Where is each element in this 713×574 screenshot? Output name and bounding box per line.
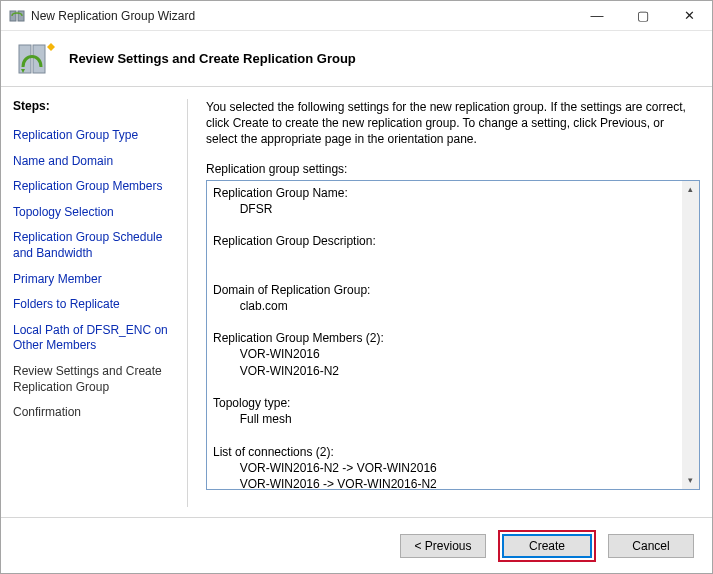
steps-heading: Steps: xyxy=(13,99,181,113)
step-replication-group-type[interactable]: Replication Group Type xyxy=(9,123,181,149)
wizard-window: New Replication Group Wizard — ▢ ✕ Revie… xyxy=(0,0,713,574)
create-button[interactable]: Create xyxy=(502,534,592,558)
instructions-text: You selected the following settings for … xyxy=(206,99,686,148)
scroll-down-icon[interactable]: ▾ xyxy=(682,472,699,489)
footer-buttons: < Previous Create Cancel xyxy=(1,517,712,573)
vertical-divider xyxy=(187,99,188,507)
scroll-up-icon[interactable]: ▴ xyxy=(682,181,699,198)
settings-label: Replication group settings: xyxy=(206,162,700,176)
page-title: Review Settings and Create Replication G… xyxy=(69,51,356,66)
window-title: New Replication Group Wizard xyxy=(31,9,574,23)
step-name-and-domain[interactable]: Name and Domain xyxy=(9,149,181,175)
maximize-button[interactable]: ▢ xyxy=(620,1,666,31)
settings-box: Replication Group Name: DFSR Replication… xyxy=(206,180,700,490)
step-topology-selection[interactable]: Topology Selection xyxy=(9,200,181,226)
step-replication-group-members[interactable]: Replication Group Members xyxy=(9,174,181,200)
step-local-path[interactable]: Local Path of DFSR_ENC on Other Members xyxy=(9,318,181,359)
step-review-settings: Review Settings and Create Replication G… xyxy=(9,359,181,400)
wizard-header-icon xyxy=(15,39,55,79)
steps-sidebar: Steps: Replication Group Type Name and D… xyxy=(9,93,187,517)
wizard-header: Review Settings and Create Replication G… xyxy=(1,31,712,86)
step-folders-to-replicate[interactable]: Folders to Replicate xyxy=(9,292,181,318)
close-button[interactable]: ✕ xyxy=(666,1,712,31)
scrollbar[interactable]: ▴ ▾ xyxy=(682,181,699,489)
step-confirmation: Confirmation xyxy=(9,400,181,426)
step-primary-member[interactable]: Primary Member xyxy=(9,267,181,293)
svg-marker-4 xyxy=(47,43,55,51)
settings-content: Replication Group Name: DFSR Replication… xyxy=(207,181,682,489)
titlebar: New Replication Group Wizard — ▢ ✕ xyxy=(1,1,712,31)
main-panel: You selected the following settings for … xyxy=(190,93,700,517)
step-schedule-bandwidth[interactable]: Replication Group Schedule and Bandwidth xyxy=(9,225,181,266)
create-button-highlight: Create xyxy=(498,530,596,562)
cancel-button[interactable]: Cancel xyxy=(608,534,694,558)
minimize-button[interactable]: — xyxy=(574,1,620,31)
previous-button[interactable]: < Previous xyxy=(400,534,486,558)
app-icon xyxy=(9,8,25,24)
